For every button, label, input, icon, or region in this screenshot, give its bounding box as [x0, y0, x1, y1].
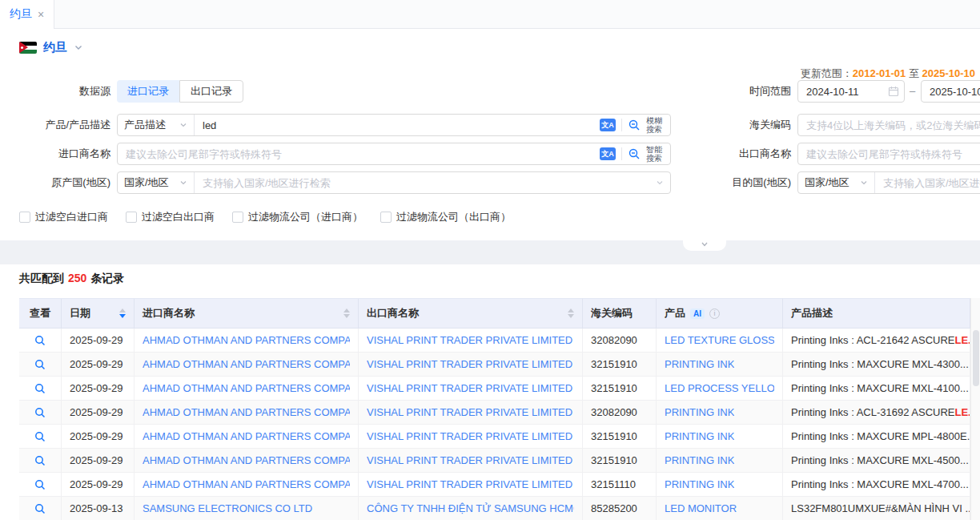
col-importer[interactable]: 进口商名称 — [135, 299, 359, 329]
table-row: 2025-09-29 AHMAD OTHMAN AND PARTNERS COM… — [19, 377, 970, 401]
exporter-link[interactable]: VISHAL PRINT TRADER PRIVATE LIMITED — [367, 430, 572, 442]
view-magnifier-icon[interactable] — [34, 383, 46, 394]
destination-country-select[interactable]: 国家/地区 — [798, 172, 875, 193]
exporter-link[interactable]: VISHAL PRINT TRADER PRIVATE LIMITED — [367, 358, 572, 370]
exporter-link[interactable]: VISHAL PRINT TRADER PRIVATE LIMITED — [367, 478, 572, 490]
checkbox-icon[interactable] — [232, 212, 243, 223]
product-link[interactable]: PRINTING INK — [665, 430, 734, 442]
sort-icons-importer[interactable] — [339, 308, 350, 318]
chevron-down-icon — [74, 42, 83, 52]
importer-input[interactable] — [118, 143, 600, 164]
product-link[interactable]: PRINTING INK — [665, 454, 734, 466]
view-magnifier-icon[interactable] — [34, 479, 46, 490]
tab-jordan[interactable]: 约旦 × — [0, 0, 54, 29]
date-cell: 2025-09-29 — [62, 401, 135, 425]
view-magnifier-icon[interactable] — [34, 431, 46, 442]
table-row: 2025-09-29 AHMAD OTHMAN AND PARTNERS COM… — [19, 353, 970, 377]
product-link[interactable]: LED TEXTURE GLOSS ... — [665, 334, 774, 346]
product-search-input[interactable] — [195, 115, 600, 135]
product-link[interactable]: PRINTING INK — [665, 478, 734, 490]
exporter-link[interactable]: VISHAL PRINT TRADER PRIVATE LIMITED — [367, 382, 572, 394]
country-selector[interactable]: 约旦 — [19, 40, 83, 54]
exporter-link[interactable]: VISHAL PRINT TRADER PRIVATE LIMITED — [367, 406, 572, 418]
checkbox-filter-logistics-exporter[interactable]: 过滤物流公司（出口商） — [380, 210, 511, 224]
table-header: 查看 日期 进口商名称 出口商名称 海关编码 产品AIi 产品描述 — [19, 298, 970, 329]
view-magnifier-icon[interactable] — [34, 335, 46, 346]
origin-country-group: 国家/地区 — [117, 171, 671, 194]
view-magnifier-icon[interactable] — [34, 359, 46, 370]
update-range-label: 更新范围： — [801, 67, 853, 79]
origin-country-select[interactable]: 国家/地区 — [118, 172, 195, 193]
view-magnifier-icon[interactable] — [34, 455, 46, 466]
view-magnifier-icon[interactable] — [34, 503, 46, 514]
col-description: 产品描述 — [783, 299, 970, 329]
origin-country-label: 原产国(地区) — [0, 171, 110, 194]
checkbox-label: 过滤空白出口商 — [142, 210, 215, 224]
fuzzy-search-icon[interactable] — [628, 119, 641, 131]
exporter-link[interactable]: CÔNG TY TNHH ĐIỆN TỬ SAMSUNG HCMC... — [367, 502, 574, 514]
checkbox-filter-blank-exporter[interactable]: 过滤空白出口商 — [126, 210, 215, 224]
checkbox-icon[interactable] — [126, 212, 137, 223]
importer-link[interactable]: AHMAD OTHMAN AND PARTNERS COMPA... — [143, 478, 350, 490]
checkbox-filter-blank-importer[interactable]: 过滤空白进口商 — [19, 210, 108, 224]
col-product: 产品AIi — [657, 299, 783, 329]
filter-panel: 更新范围：2012-01-01 至 2025-10-10 数据源 进口记录 出口… — [0, 56, 980, 240]
importer-link[interactable]: AHMAD OTHMAN AND PARTNERS COMPA... — [143, 382, 350, 394]
exporter-link[interactable]: VISHAL PRINT TRADER PRIVATE LIMITED — [367, 334, 572, 346]
country-name: 约旦 — [43, 40, 67, 55]
description-cell: Printing Inks : ACL-21642 ASCURE LE... — [783, 329, 970, 353]
chevron-down-icon — [860, 179, 868, 187]
hs-code-cell: 32151910 — [583, 377, 657, 401]
view-magnifier-icon[interactable] — [34, 407, 46, 418]
tab-import-records[interactable]: 进口记录 — [117, 80, 179, 103]
sort-icons-date[interactable] — [114, 308, 126, 318]
col-exporter[interactable]: 出口商名称 — [359, 299, 583, 329]
product-link[interactable]: PRINTING INK — [665, 358, 734, 370]
records-table: 查看 日期 进口商名称 出口商名称 海关编码 产品AIi 产品描述 2025-0… — [19, 298, 970, 520]
scrollbar-thumb[interactable] — [973, 330, 979, 386]
fuzzy-search-label[interactable]: 模糊搜索 — [646, 116, 664, 134]
col-date[interactable]: 日期 — [62, 299, 135, 329]
smart-search-icon[interactable] — [628, 147, 641, 160]
sort-icons-exporter[interactable] — [563, 308, 574, 318]
hs-code-cell: 32151910 — [583, 449, 657, 473]
date-end-field[interactable] — [921, 80, 980, 103]
date-cell: 2025-09-29 — [62, 377, 135, 401]
table-row: 2025-09-29 AHMAD OTHMAN AND PARTNERS COM… — [19, 401, 970, 425]
translate-icon[interactable]: 文A — [600, 119, 616, 131]
date-start-input[interactable] — [798, 86, 888, 98]
info-icon[interactable]: i — [709, 308, 720, 319]
vertical-scrollbar[interactable] — [970, 298, 980, 520]
description-cell: Printing Inks : MAXCURE MXL-4300... — [783, 353, 970, 377]
importer-link[interactable]: AHMAD OTHMAN AND PARTNERS COMPA... — [143, 406, 350, 418]
checkbox-filter-logistics-importer[interactable]: 过滤物流公司（进口商） — [232, 210, 363, 224]
product-link[interactable]: PRINTING INK — [665, 406, 734, 418]
collapse-handle[interactable] — [683, 240, 726, 251]
product-link[interactable]: LED PROCESS YELLOW... — [665, 382, 774, 394]
close-icon[interactable]: × — [38, 9, 44, 20]
hs-code-input[interactable] — [797, 114, 980, 136]
importer-link[interactable]: AHMAD OTHMAN AND PARTNERS COMPA... — [143, 334, 350, 346]
importer-link[interactable]: SAMSUNG ELECTRONICS CO LTD — [143, 502, 312, 514]
product-type-select[interactable]: 产品描述 — [118, 115, 195, 135]
checkbox-icon[interactable] — [380, 212, 392, 223]
checkbox-icon[interactable] — [19, 212, 30, 223]
importer-link[interactable]: AHMAD OTHMAN AND PARTNERS COMPA... — [143, 430, 350, 442]
product-link[interactable]: LED MONITOR — [665, 502, 737, 514]
date-end-input[interactable] — [922, 86, 980, 98]
app-window: 约旦 × 约旦 更新范围：2012-01-01 至 2025-10-10 数据源… — [0, 0, 980, 520]
translate-icon[interactable]: 文A — [600, 147, 616, 160]
exporter-link[interactable]: VISHAL PRINT TRADER PRIVATE LIMITED — [367, 454, 572, 466]
chevron-down-icon — [700, 240, 709, 248]
importer-link[interactable]: AHMAD OTHMAN AND PARTNERS COMPA... — [143, 358, 350, 370]
col-hs-code: 海关编码 — [583, 299, 657, 329]
tab-export-records[interactable]: 出口记录 — [179, 80, 243, 103]
date-start-field[interactable] — [797, 80, 905, 103]
destination-country-input[interactable] — [875, 172, 980, 193]
smart-search-label[interactable]: 智能搜索 — [646, 145, 664, 163]
origin-country-input[interactable] — [195, 172, 656, 193]
checkbox-label: 过滤物流公司（出口商） — [396, 210, 511, 224]
exporter-input[interactable] — [797, 143, 980, 165]
highlight-text: LE... — [955, 406, 971, 418]
importer-link[interactable]: AHMAD OTHMAN AND PARTNERS COMPA... — [143, 454, 350, 466]
